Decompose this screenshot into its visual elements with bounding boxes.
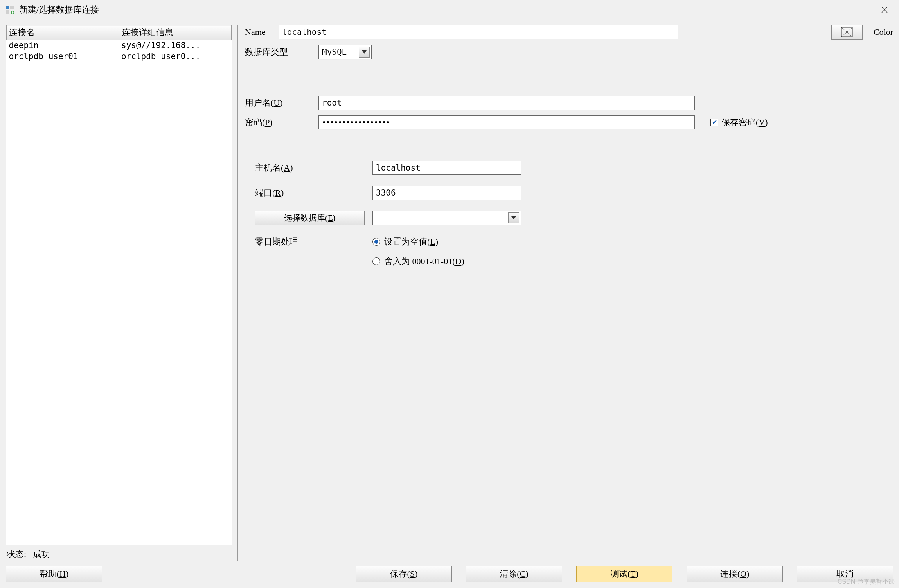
dialog-body: 连接名 连接详细信息 deepin sys@//192.168... orclp… xyxy=(0,19,899,561)
save-password-checkbox[interactable]: 保存密码(V) xyxy=(710,117,768,128)
database-select[interactable] xyxy=(372,211,521,225)
color-label: Color xyxy=(874,27,893,37)
radio-icon xyxy=(372,257,380,265)
username-input[interactable] xyxy=(318,96,695,110)
chevron-down-icon xyxy=(508,212,519,223)
close-button[interactable] xyxy=(875,2,894,18)
dbtype-select[interactable]: MySQL xyxy=(318,45,372,59)
radio-null-label: 设置为空值(L) xyxy=(384,236,438,248)
watermark: CSDN @李昊哲小课 xyxy=(838,578,895,586)
dbtype-label: 数据库类型 xyxy=(245,46,318,58)
checkbox-icon xyxy=(710,119,718,126)
clear-button[interactable]: 清除(C) xyxy=(466,566,562,582)
window-title: 新建/选择数据库连接 xyxy=(19,4,99,16)
button-bar: 帮助(H) 保存(S) 清除(C) 测试(T) 连接(O) 取消 xyxy=(0,561,899,588)
status-row: 状态: 成功 xyxy=(6,545,232,561)
save-password-label: 保存密码(V) xyxy=(721,117,768,128)
connection-form: Name Color 数据库类型 MySQL xyxy=(237,25,893,561)
conn-details: sys@//192.168... xyxy=(119,40,232,51)
zerodate-null-radio[interactable]: 设置为空值(L) xyxy=(372,236,464,248)
name-label: Name xyxy=(245,27,279,37)
titlebar: 新建/选择数据库连接 xyxy=(0,0,899,19)
status-value: 成功 xyxy=(33,549,50,559)
col-header-details[interactable]: 连接详细信息 xyxy=(119,25,232,40)
port-label: 端口(R) xyxy=(255,187,372,199)
app-icon xyxy=(5,5,14,14)
port-input[interactable] xyxy=(372,186,521,200)
connection-table: 连接名 连接详细信息 deepin sys@//192.168... orclp… xyxy=(6,25,232,545)
status-label: 状态: xyxy=(7,549,26,559)
help-button[interactable]: 帮助(H) xyxy=(6,566,102,582)
dialog-window: 新建/选择数据库连接 连接名 连接详细信息 deepin xyxy=(0,0,899,588)
conn-name: deepin xyxy=(7,40,119,51)
conn-details: orclpdb_user0... xyxy=(119,51,232,62)
save-button[interactable]: 保存(S) xyxy=(356,566,452,582)
col-header-name[interactable]: 连接名 xyxy=(7,25,119,40)
connection-list-panel: 连接名 连接详细信息 deepin sys@//192.168... orclp… xyxy=(6,25,232,561)
name-input[interactable] xyxy=(279,25,678,39)
connection-row[interactable]: orclpdb_user01 orclpdb_user0... xyxy=(7,51,232,62)
conn-name: orclpdb_user01 xyxy=(7,51,119,62)
svg-rect-1 xyxy=(10,6,14,9)
chevron-down-icon xyxy=(359,47,370,58)
host-label: 主机名(A) xyxy=(255,162,372,174)
svg-rect-0 xyxy=(6,6,9,9)
color-button[interactable] xyxy=(831,25,863,40)
radio-icon xyxy=(372,238,380,246)
connection-row[interactable]: deepin sys@//192.168... xyxy=(7,40,232,51)
zerodate-round-radio[interactable]: 舍入为 0001-01-01(D) xyxy=(372,255,464,267)
password-label: 密码(P) xyxy=(245,117,318,128)
radio-round-label: 舍入为 0001-01-01(D) xyxy=(384,255,464,267)
host-input[interactable] xyxy=(372,161,521,175)
select-database-button[interactable]: 选择数据库(E) xyxy=(255,211,365,225)
username-label: 用户名(U) xyxy=(245,97,318,109)
connect-button[interactable]: 连接(O) xyxy=(687,566,783,582)
test-button[interactable]: 测试(T) xyxy=(576,566,672,582)
svg-rect-2 xyxy=(6,10,9,14)
password-input[interactable]: ••••••••••••••••• xyxy=(318,115,695,129)
zerodate-label: 零日期处理 xyxy=(255,236,372,248)
host-section: 主机名(A) 端口(R) 选择数据库(E) xyxy=(255,161,893,267)
dbtype-value: MySQL xyxy=(322,47,356,57)
